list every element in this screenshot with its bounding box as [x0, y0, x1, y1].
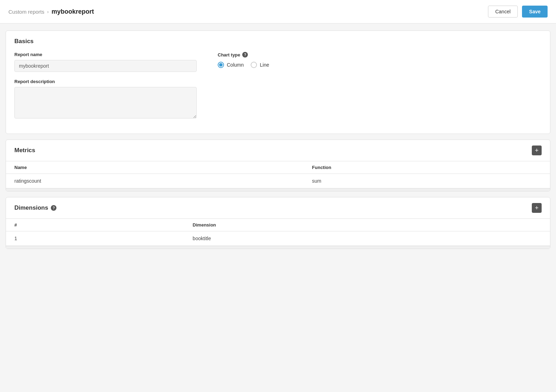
dimensions-col-number: # — [6, 219, 184, 231]
dimensions-row-number: 1 — [6, 231, 184, 246]
metrics-add-button[interactable]: + — [532, 146, 542, 155]
metrics-section-header: Metrics + — [6, 140, 550, 161]
radio-option-line[interactable]: Line — [251, 62, 269, 68]
report-name-input[interactable] — [14, 60, 197, 72]
metrics-col-name: Name — [6, 161, 304, 174]
basics-right: Chart type ? Column Line — [218, 52, 542, 127]
basics-card: Basics Report name Report description — [6, 31, 550, 134]
basics-title: Basics — [14, 38, 542, 45]
page-header: Custom reports › mybookreport Cancel Sav… — [0, 0, 556, 23]
breadcrumb-separator: › — [47, 9, 49, 14]
table-row: 1 booktitle — [6, 231, 550, 246]
breadcrumb-parent[interactable]: Custom reports — [8, 9, 45, 15]
metrics-card: Metrics + Name Function ratingscount sum — [6, 140, 550, 191]
main-content: Basics Report name Report description — [0, 23, 556, 256]
metrics-col-function: Function — [304, 161, 550, 174]
report-description-textarea[interactable] — [14, 87, 197, 119]
dimensions-card: Dimensions ? + # Dimension 1 booktitle — [6, 197, 550, 249]
report-name-label: Report name — [14, 52, 197, 57]
dimensions-table-footer — [6, 246, 550, 249]
report-name-group: Report name — [14, 52, 197, 72]
radio-label-line: Line — [260, 62, 269, 68]
report-description-group: Report description — [14, 79, 197, 120]
dimensions-add-button[interactable]: + — [532, 203, 542, 213]
dimensions-title: Dimensions ? — [14, 204, 56, 211]
radio-option-column[interactable]: Column — [218, 62, 244, 68]
radio-label-column: Column — [227, 62, 244, 68]
basics-inner: Basics Report name Report description — [6, 31, 550, 134]
dimensions-table-header-row: # Dimension — [6, 219, 550, 231]
basics-grid: Report name Report description Chart typ… — [14, 52, 542, 127]
report-description-label: Report description — [14, 79, 197, 84]
table-row: ratingscount sum — [6, 174, 550, 188]
metrics-row-name: ratingscount — [6, 174, 304, 188]
radio-circle-column — [218, 62, 224, 68]
save-button[interactable]: Save — [522, 6, 548, 18]
metrics-table-footer — [6, 188, 550, 191]
dimensions-section-header: Dimensions ? + — [6, 197, 550, 218]
breadcrumb-current: mybookreport — [52, 8, 94, 15]
chart-type-label: Chart type ? — [218, 52, 542, 58]
metrics-row-function: sum — [304, 174, 550, 188]
chart-type-help-icon: ? — [242, 52, 248, 58]
basics-left: Report name Report description — [14, 52, 197, 127]
chart-type-radio-group: Column Line — [218, 62, 542, 68]
dimensions-table: # Dimension 1 booktitle — [6, 218, 550, 246]
cancel-button[interactable]: Cancel — [488, 6, 518, 18]
metrics-table: Name Function ratingscount sum — [6, 161, 550, 188]
header-actions: Cancel Save — [488, 6, 548, 18]
dimensions-col-dimension: Dimension — [184, 219, 550, 231]
metrics-title: Metrics — [14, 147, 35, 154]
dimensions-row-dimension: booktitle — [184, 231, 550, 246]
metrics-table-header-row: Name Function — [6, 161, 550, 174]
breadcrumb: Custom reports › mybookreport — [8, 8, 94, 15]
radio-circle-line — [251, 62, 257, 68]
dimensions-help-icon: ? — [51, 205, 56, 211]
